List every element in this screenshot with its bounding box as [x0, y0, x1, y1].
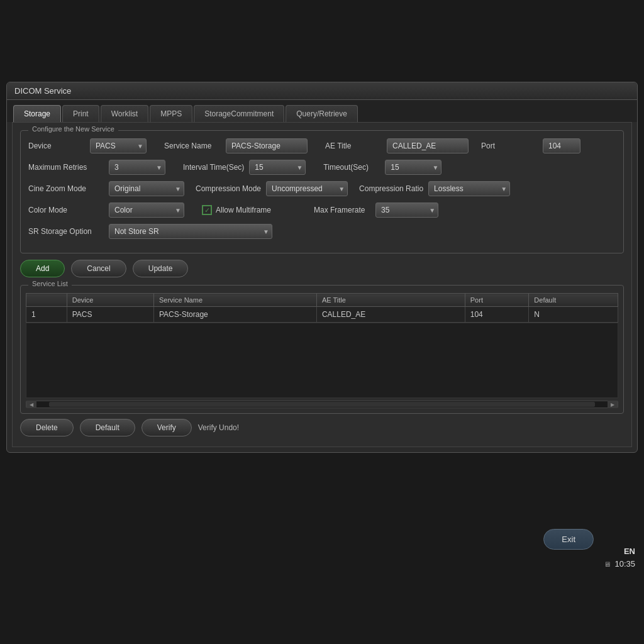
- scroll-right-arrow[interactable]: ▶: [608, 401, 618, 408]
- main-window: DICOM Service Storage Print Worklist MPP…: [6, 82, 638, 453]
- sr-storage-dropdown[interactable]: Not Store SR ▼: [109, 224, 272, 239]
- service-name-label: Service Name: [164, 142, 221, 150]
- cell-device: PACS: [67, 307, 153, 323]
- max-framerate-dropdown[interactable]: 35 ▼: [375, 203, 438, 218]
- table-row[interactable]: 1 PACS PACS-Storage CALLED_AE 104 N: [26, 307, 618, 323]
- tab-queryretrieve[interactable]: Query/Retrieve: [286, 105, 358, 122]
- max-retries-dropdown[interactable]: 3 ▼: [109, 160, 165, 175]
- cancel-button[interactable]: Cancel: [71, 260, 126, 277]
- compression-ratio-label: Compression Ratio: [359, 184, 423, 193]
- compression-ratio-arrow: ▼: [501, 186, 507, 192]
- service-name-input[interactable]: PACS-Storage: [226, 138, 308, 153]
- locale-display: EN: [624, 547, 635, 556]
- table-header-row: Device Service Name AE Title Port Defaul…: [26, 294, 618, 307]
- compression-ratio-dropdown[interactable]: Lossless ▼: [428, 181, 510, 196]
- compression-mode-dropdown[interactable]: Uncompressed ▼: [266, 181, 348, 196]
- tabs-container: Storage Print Worklist MPPS StorageCommi…: [7, 100, 637, 122]
- port-label: Port: [481, 142, 538, 150]
- add-button[interactable]: Add: [20, 260, 65, 277]
- sr-storage-arrow: ▼: [263, 228, 269, 235]
- max-retries-arrow: ▼: [156, 164, 162, 171]
- form-row-2: Maximum Retries 3 ▼ Interval Time(Sec) 1…: [28, 160, 616, 175]
- cell-default: N: [529, 307, 618, 323]
- col-default: Default: [529, 294, 618, 307]
- bottom-buttons: Delete Default Verify Verify Undo!: [20, 414, 624, 439]
- monitor-icon: 🖥: [604, 560, 611, 568]
- max-framerate-arrow: ▼: [429, 207, 435, 214]
- scrollbar[interactable]: ◀ ▶: [26, 401, 618, 408]
- device-dropdown[interactable]: PACS ▼: [90, 138, 147, 153]
- interval-arrow: ▼: [296, 164, 303, 171]
- color-mode-label: Color Mode: [28, 206, 104, 214]
- interval-label: Interval Time(Sec): [183, 163, 244, 172]
- service-list-table: Device Service Name AE Title Port Defaul…: [26, 293, 618, 323]
- ae-title-label: AE Title: [325, 142, 382, 150]
- configure-section: Configure the New Service Device PACS ▼ …: [20, 130, 624, 253]
- default-button[interactable]: Default: [80, 419, 135, 436]
- time-bar: 🖥 10:35: [604, 559, 635, 569]
- update-button[interactable]: Update: [133, 260, 189, 277]
- cine-zoom-dropdown[interactable]: Original ▼: [109, 181, 184, 196]
- form-row-1: Device PACS ▼ Service Name PACS-Storage …: [28, 138, 616, 153]
- cine-zoom-arrow: ▼: [175, 186, 181, 192]
- action-buttons: Add Cancel Update: [20, 260, 624, 277]
- col-index: [26, 294, 67, 307]
- device-label: Device: [28, 142, 85, 150]
- cell-port: 104: [465, 307, 529, 323]
- form-row-4: Color Mode Color ▼ Allow Multiframe Max …: [28, 203, 616, 218]
- scrollbar-track[interactable]: [49, 402, 595, 407]
- delete-button[interactable]: Delete: [20, 419, 74, 436]
- service-list-label: Service List: [28, 280, 72, 287]
- tab-storagecommitment[interactable]: StorageCommitment: [194, 105, 284, 122]
- window-title: DICOM Service: [14, 86, 71, 96]
- allow-multiframe-label: Allow Multiframe: [216, 206, 271, 214]
- table-empty-area: [26, 323, 618, 398]
- interval-dropdown[interactable]: 15 ▼: [249, 160, 306, 175]
- col-device: Device: [67, 294, 153, 307]
- col-port: Port: [465, 294, 529, 307]
- scroll-left-arrow[interactable]: ◀: [26, 401, 36, 408]
- service-list-box: Service List Device Service Name AE Titl…: [20, 285, 624, 414]
- cell-ae-title: CALLED_AE: [316, 307, 465, 323]
- col-service-name: Service Name: [153, 294, 316, 307]
- tab-storage[interactable]: Storage: [13, 105, 61, 122]
- time-display: 10:35: [614, 559, 635, 569]
- max-retries-label: Maximum Retries: [28, 163, 104, 172]
- timeout-label: Timeout(Sec): [323, 163, 380, 172]
- tab-mpps[interactable]: MPPS: [150, 105, 192, 122]
- title-bar: DICOM Service: [7, 82, 637, 100]
- verify-button[interactable]: Verify: [142, 419, 192, 436]
- color-mode-dropdown[interactable]: Color ▼: [109, 203, 184, 218]
- timeout-arrow: ▼: [432, 164, 438, 171]
- exit-button[interactable]: Exit: [543, 529, 594, 550]
- configure-section-label: Configure the New Service: [28, 125, 118, 133]
- ae-title-input[interactable]: CALLED_AE: [387, 138, 469, 153]
- compression-mode-arrow: ▼: [338, 186, 345, 192]
- sr-storage-label: SR Storage Option: [28, 227, 104, 236]
- col-ae-title: AE Title: [316, 294, 465, 307]
- allow-multiframe-checkbox-box[interactable]: [202, 205, 212, 215]
- cell-service-name: PACS-Storage: [153, 307, 316, 323]
- device-dropdown-arrow: ▼: [137, 143, 143, 150]
- form-row-3: Cine Zoom Mode Original ▼ Compression Mo…: [28, 181, 616, 196]
- timeout-dropdown[interactable]: 15 ▼: [385, 160, 441, 175]
- cine-zoom-label: Cine Zoom Mode: [28, 184, 104, 193]
- content-area: Configure the New Service Device PACS ▼ …: [12, 122, 632, 447]
- max-framerate-label: Max Framerate: [314, 206, 370, 214]
- color-mode-arrow: ▼: [175, 207, 181, 214]
- port-input[interactable]: 104: [543, 138, 580, 153]
- form-row-5: SR Storage Option Not Store SR ▼: [28, 224, 616, 239]
- allow-multiframe-checkbox[interactable]: Allow Multiframe: [202, 205, 271, 215]
- cell-index: 1: [26, 307, 67, 323]
- tab-worklist[interactable]: Worklist: [101, 105, 148, 122]
- tab-print[interactable]: Print: [62, 105, 99, 122]
- status-bar: EN: [624, 547, 635, 556]
- compression-mode-label: Compression Mode: [196, 184, 261, 193]
- verify-undo-text[interactable]: Verify Undo!: [198, 423, 239, 432]
